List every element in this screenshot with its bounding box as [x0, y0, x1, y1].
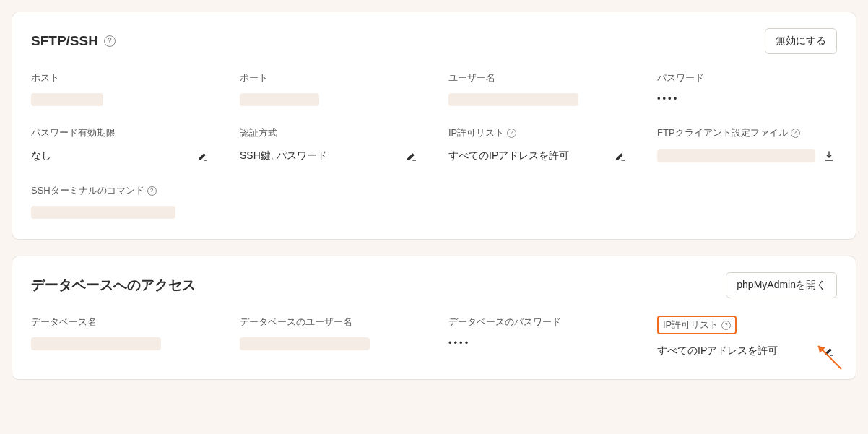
ftpfile-value-placeholder	[657, 149, 815, 162]
help-icon[interactable]: ?	[147, 186, 157, 196]
auth-value: SSH鍵, パスワード	[240, 149, 327, 162]
expiry-field: パスワード有効期限 なし	[31, 126, 211, 164]
database-access-card: データベースへのアクセス phpMyAdminを開く データベース名 データベー…	[12, 256, 856, 380]
db-name-label: データベース名	[31, 316, 211, 329]
help-icon[interactable]: ?	[721, 321, 731, 330]
help-icon[interactable]: ?	[104, 35, 116, 47]
edit-icon[interactable]	[821, 343, 837, 359]
expiry-label: パスワード有効期限	[31, 126, 211, 139]
db-iplist-highlight: IP許可リスト ?	[657, 316, 737, 334]
password-mask: ••••	[657, 93, 837, 104]
edit-icon[interactable]	[404, 148, 420, 164]
auth-field: 認証方式 SSH鍵, パスワード	[240, 126, 420, 164]
host-label: ホスト	[31, 71, 211, 84]
db-iplist-value: すべてのIPアドレスを許可	[657, 344, 778, 357]
db-card-title: データベースへのアクセス	[31, 276, 196, 295]
host-field: ホスト	[31, 71, 211, 106]
auth-label: 認証方式	[240, 126, 420, 139]
sshcmd-value-placeholder	[31, 206, 175, 219]
db-user-value-placeholder	[240, 337, 370, 350]
expiry-value: なし	[31, 149, 51, 162]
edit-icon[interactable]	[612, 148, 628, 164]
sftp-card-header: SFTP/SSH ? 無効にする	[31, 28, 837, 54]
sshcmd-label: SSHターミナルのコマンド ?	[31, 184, 211, 197]
download-icon[interactable]	[821, 148, 837, 164]
sftp-iplist-label: IP許可リスト ?	[448, 126, 628, 139]
db-pass-field: データベースのパスワード ••••	[448, 316, 628, 359]
ftpfile-label: FTPクライアント設定ファイル ?	[657, 126, 837, 139]
db-iplist-label-text: IP許可リスト	[663, 318, 719, 331]
password-field: パスワード ••••	[657, 71, 837, 106]
sftp-grid: ホスト ポート ユーザー名 パスワード •••• パスワード有効期限 なし	[31, 71, 837, 219]
edit-icon[interactable]	[195, 148, 211, 164]
port-field: ポート	[240, 71, 420, 106]
help-icon[interactable]: ?	[507, 129, 516, 138]
sftp-iplist-value: すべてのIPアドレスを許可	[448, 149, 569, 162]
db-iplist-field: IP許可リスト ? すべてのIPアドレスを許可	[657, 316, 837, 359]
sftp-ssh-card: SFTP/SSH ? 無効にする ホスト ポート ユーザー名 パスワード •••…	[12, 12, 856, 240]
password-label: パスワード	[657, 71, 837, 84]
sshcmd-label-text: SSHターミナルのコマンド	[31, 184, 144, 197]
help-icon[interactable]: ?	[791, 129, 800, 138]
db-grid: データベース名 データベースのユーザー名 データベースのパスワード •••• I…	[31, 316, 837, 359]
ftpfile-field: FTPクライアント設定ファイル ?	[657, 126, 837, 164]
host-value-placeholder	[31, 93, 103, 106]
db-card-header: データベースへのアクセス phpMyAdminを開く	[31, 272, 837, 298]
username-label: ユーザー名	[448, 71, 628, 84]
sftp-iplist-field: IP許可リスト ? すべてのIPアドレスを許可	[448, 126, 628, 164]
db-user-field: データベースのユーザー名	[240, 316, 420, 359]
db-user-label: データベースのユーザー名	[240, 316, 420, 329]
disable-button[interactable]: 無効にする	[765, 28, 837, 54]
db-pass-label: データベースのパスワード	[448, 316, 628, 329]
port-value-placeholder	[240, 93, 319, 106]
sftp-title-text: SFTP/SSH	[31, 33, 98, 49]
sshcmd-field: SSHターミナルのコマンド ?	[31, 184, 211, 219]
username-field: ユーザー名	[448, 71, 628, 106]
port-label: ポート	[240, 71, 420, 84]
sftp-iplist-label-text: IP許可リスト	[448, 126, 504, 139]
username-value-placeholder	[448, 93, 578, 106]
open-phpmyadmin-button[interactable]: phpMyAdminを開く	[726, 272, 837, 298]
ftpfile-label-text: FTPクライアント設定ファイル	[657, 126, 788, 139]
sftp-card-title: SFTP/SSH ?	[31, 33, 116, 49]
db-name-value-placeholder	[31, 337, 161, 350]
db-pass-mask: ••••	[448, 337, 628, 348]
db-name-field: データベース名	[31, 316, 211, 359]
